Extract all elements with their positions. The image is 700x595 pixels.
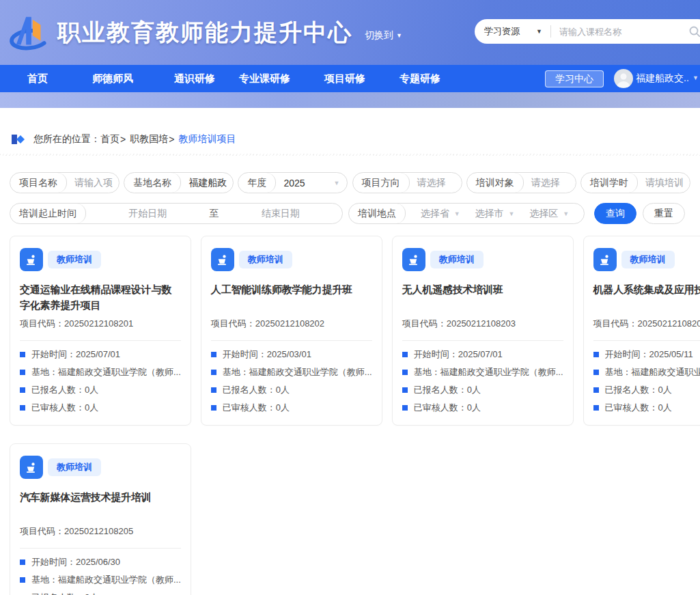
card-type-badge: 教师培训: [48, 458, 101, 476]
start-label: 开始时间：: [605, 349, 649, 359]
search-icon[interactable]: [688, 25, 700, 38]
card-title: 无人机遥感技术培训班: [402, 281, 563, 313]
start-value: 2025/05/11: [649, 349, 693, 359]
card-title: 汽车新媒体运营技术提升培训: [20, 489, 181, 521]
chevron-down-icon: ▼: [454, 210, 460, 217]
start-time-row: 开始时间：2025/06/30: [20, 553, 181, 571]
filter-label: 年度: [238, 177, 266, 189]
nav-item-zhuanti[interactable]: 专题研修: [400, 72, 440, 85]
location-marker-icon: [11, 134, 25, 145]
badge-row: 教师培训: [20, 456, 181, 479]
start-label: 开始时间：: [414, 349, 458, 359]
bullet-icon: [211, 387, 216, 393]
card-type-badge: 教师培训: [430, 251, 484, 268]
end-date-input[interactable]: 结束日期: [219, 208, 343, 220]
search-input[interactable]: [559, 27, 684, 37]
filter-year[interactable]: 年度 2025 ▼: [238, 172, 348, 193]
bullet-icon: [402, 352, 408, 357]
teacher-training-icon: [211, 248, 234, 271]
year-select-value[interactable]: 2025: [276, 178, 333, 189]
bullet-icon: [20, 405, 25, 411]
breadcrumb-separator: >: [169, 134, 174, 145]
bullet-icon: [593, 387, 599, 393]
city-select-value: 选择市: [475, 208, 504, 220]
divider: [402, 340, 563, 341]
learning-center-button[interactable]: 学习中心: [545, 70, 604, 87]
project-card[interactable]: 教师培训 汽车新媒体运营技术提升培训 项目代码：20250212108205 开…: [10, 443, 191, 595]
enrolled-row: 已报名人数：0人: [402, 381, 563, 399]
base-label: 基地：: [223, 367, 249, 377]
pill-separator: [266, 173, 276, 193]
project-card[interactable]: 教师培训 交通运输业在线精品课程设计与数字化素养提升项目 项目代码：202502…: [10, 236, 191, 426]
approved-value: 0人: [658, 402, 672, 413]
breadcrumb-home[interactable]: 首页: [100, 133, 120, 146]
approved-value: 0人: [467, 402, 481, 413]
city-select[interactable]: 选择市 ▼: [475, 208, 515, 220]
project-card[interactable]: 教师培训 机器人系统集成及应用技术 项目代码：20250212108204 开始…: [583, 236, 700, 426]
card-type-badge: 教师培训: [239, 251, 292, 268]
filter-label: 培训对象: [467, 177, 514, 189]
base-value: 福建船政交通职业学院（教师...: [58, 367, 181, 377]
site-logo-icon[interactable]: [8, 12, 51, 54]
badge-row: 教师培训: [593, 248, 700, 271]
badge-row: 教师培训: [20, 248, 181, 271]
chevron-down-icon: ▼: [396, 32, 402, 39]
nav-item-zhuanyeke[interactable]: 专业课研修: [239, 72, 290, 85]
search-category-select[interactable]: 学习资源 ▼: [484, 25, 542, 38]
user-name[interactable]: 福建船政交...: [636, 72, 689, 85]
hatched-divider: [0, 154, 700, 156]
start-date-input[interactable]: 开始日期: [86, 208, 210, 220]
nav-item-tongshi[interactable]: 通识研修: [174, 72, 215, 85]
audience-select-value: 请选择: [524, 177, 576, 189]
switch-to-dropdown[interactable]: 切换到 ▼: [365, 29, 402, 42]
reset-button[interactable]: 重置: [643, 203, 685, 224]
start-value: 2025/07/01: [76, 349, 120, 359]
breadcrumb-section[interactable]: 职教国培: [130, 133, 168, 146]
district-select-value: 选择区: [529, 208, 558, 220]
filter-base-name[interactable]: 基地名称 福建船政: [124, 172, 234, 193]
bullet-icon: [20, 577, 25, 583]
chevron-down-icon: ▼: [333, 180, 339, 186]
divider: [211, 340, 372, 341]
chevron-down-icon: ▼: [509, 210, 515, 217]
project-name-input[interactable]: 请输入项: [67, 177, 119, 189]
base-row: 基地：福建船政交通职业学院（教师...: [402, 363, 563, 381]
bullet-icon: [20, 559, 25, 565]
bullet-icon: [402, 405, 408, 411]
code-label: 项目代码：: [402, 318, 447, 329]
filter-location[interactable]: 培训地点 选择省 ▼ 选择市 ▼ 选择区 ▼: [348, 203, 585, 224]
filter-label: 培训学时: [581, 177, 628, 189]
chevron-down-icon: ▼: [692, 74, 699, 81]
pill-separator: [171, 173, 181, 193]
direction-select-value: 请选择: [410, 177, 462, 189]
hours-input[interactable]: 请填培训: [638, 177, 690, 189]
site-header: 职业教育教师能力提升中心 切换到 ▼ 学习资源 ▼: [0, 0, 700, 65]
filter-row-1: 项目名称 请输入项 基地名称 福建船政 年度 2025 ▼ 项目方向 请选择 培…: [10, 172, 690, 193]
start-label: 开始时间：: [31, 349, 76, 359]
filter-label: 培训起止时间: [10, 208, 76, 220]
user-avatar[interactable]: [614, 69, 633, 88]
filter-panel: 项目名称 请输入项 基地名称 福建船政 年度 2025 ▼ 项目方向 请选择 培…: [0, 172, 700, 224]
filter-hours[interactable]: 培训学时 请填培训: [580, 172, 690, 193]
filter-audience[interactable]: 培训对象 请选择: [466, 172, 576, 193]
base-value: 福建船政交通职业学院（教师...: [632, 367, 700, 377]
approved-label: 已审核人数：: [31, 402, 85, 413]
project-card[interactable]: 教师培训 无人机遥感技术培训班 项目代码：20250212108203 开始时间…: [392, 236, 574, 426]
site-title: 职业教育教师能力提升中心: [57, 17, 352, 49]
district-select[interactable]: 选择区 ▼: [529, 208, 569, 220]
nav-item-shide[interactable]: 师德师风: [92, 72, 133, 85]
badge-row: 教师培训: [402, 248, 563, 271]
filter-project-name[interactable]: 项目名称 请输入项: [10, 172, 120, 193]
filter-time-range[interactable]: 培训起止时间 开始日期 至 结束日期: [10, 203, 343, 224]
code-value: 20250212108204: [638, 318, 700, 329]
search-button[interactable]: 查询: [594, 203, 636, 224]
filter-direction[interactable]: 项目方向 请选择: [352, 172, 462, 193]
province-select[interactable]: 选择省 ▼: [421, 208, 460, 220]
nav-item-home[interactable]: 首页: [27, 72, 48, 85]
approved-label: 已审核人数：: [414, 402, 467, 413]
project-card[interactable]: 教师培训 人工智能训练师教学能力提升班 项目代码：20250212108202 …: [201, 236, 382, 426]
filter-label: 基地名称: [124, 177, 171, 189]
bullet-icon: [402, 370, 408, 375]
base-name-input[interactable]: 福建船政: [181, 177, 233, 189]
nav-item-xiangmu[interactable]: 项目研修: [324, 72, 365, 85]
